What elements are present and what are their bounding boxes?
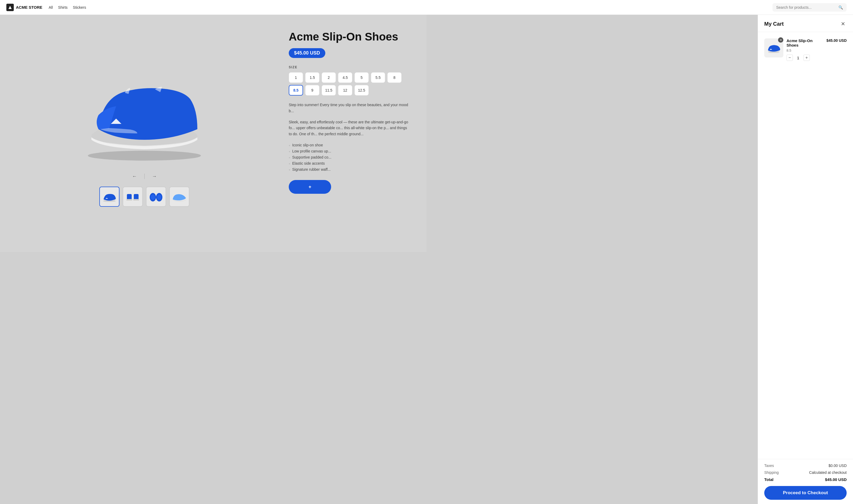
feature-4: Elastic side accents: [289, 160, 411, 166]
thumb-image-4: [171, 192, 187, 202]
thumb-image-1: [102, 192, 117, 202]
main-image-container: [70, 60, 219, 166]
svg-marker-0: [8, 6, 12, 9]
feature-3: Supportive padded co...: [289, 154, 411, 160]
feature-5: Signature rubber waff...: [289, 166, 411, 173]
size-btn-12[interactable]: 12: [338, 85, 352, 95]
details-section: Acme Slip-On Shoes $45.00 USD SIZE 1 1.5…: [289, 25, 411, 241]
size-btn-1-5[interactable]: 1.5: [305, 72, 319, 83]
logo-icon: [6, 4, 14, 11]
feature-1: Iconic slip-on shoe: [289, 142, 411, 148]
size-grid: 1 1.5 2 4.5 5 5.5 8 8.5 9 11.5 12 12.5: [289, 72, 411, 95]
image-section: ← →: [16, 25, 273, 241]
thumbnail-1[interactable]: [99, 186, 120, 207]
size-btn-8-5[interactable]: 8.5: [289, 85, 303, 95]
svg-rect-7: [134, 194, 139, 200]
navbar: ACME STORE All Shirts Stickers 🔍: [0, 0, 426, 15]
svg-point-11: [151, 195, 155, 200]
size-btn-9[interactable]: 9: [305, 85, 319, 95]
size-btn-4-5[interactable]: 4.5: [338, 72, 352, 83]
main-content: ← →: [0, 0, 426, 252]
size-btn-12-5[interactable]: 12.5: [354, 85, 369, 95]
size-btn-2[interactable]: 2: [321, 72, 336, 83]
size-btn-5-5[interactable]: 5.5: [371, 72, 385, 83]
thumbnail-2[interactable]: [123, 186, 143, 207]
product-page: ← →: [0, 15, 426, 252]
prev-image-button[interactable]: ←: [130, 173, 139, 180]
size-btn-1[interactable]: 1: [289, 72, 303, 83]
svg-rect-5: [127, 194, 132, 200]
product-description-2: Sleek, easy, and effortlessly cool — the…: [289, 119, 411, 137]
feature-2: Low profile canvas up...: [289, 148, 411, 154]
logo[interactable]: ACME STORE: [6, 4, 42, 11]
image-nav-divider: [144, 174, 145, 179]
logo-text: ACME STORE: [16, 5, 42, 10]
size-section: SIZE 1 1.5 2 4.5 5 5.5 8 8.5 9 11.5 12 1…: [289, 66, 411, 95]
product-price: $45.00 USD: [289, 48, 325, 58]
thumbnail-4[interactable]: [169, 186, 189, 207]
size-label: SIZE: [289, 66, 411, 69]
thumb-image-2: [125, 192, 141, 202]
size-btn-8[interactable]: 8: [387, 72, 402, 83]
svg-rect-6: [126, 199, 132, 201]
next-image-button[interactable]: →: [150, 173, 159, 180]
product-description-1: Step into summer! Every time you slip on…: [289, 102, 411, 114]
nav-link-stickers[interactable]: Stickers: [73, 5, 86, 10]
product-title: Acme Slip-On Shoes: [289, 31, 411, 43]
nav-link-all[interactable]: All: [49, 5, 53, 10]
nav-links: All Shirts Stickers: [49, 5, 86, 10]
thumbnail-3[interactable]: [146, 186, 166, 207]
logo-svg: [8, 5, 12, 10]
feature-list: Iconic slip-on shoe Low profile canvas u…: [289, 142, 411, 173]
add-to-cart-button[interactable]: +: [289, 180, 331, 194]
thumbnail-row: [99, 186, 189, 207]
svg-point-1: [88, 150, 201, 160]
product-main-image: [70, 60, 219, 166]
size-btn-11-5[interactable]: 11.5: [321, 85, 336, 95]
svg-point-12: [157, 195, 161, 200]
image-nav: ← →: [130, 173, 159, 180]
nav-link-shirts[interactable]: Shirts: [58, 5, 68, 10]
size-btn-5[interactable]: 5: [354, 72, 369, 83]
thumb-image-3: [148, 192, 164, 202]
svg-rect-8: [133, 199, 139, 201]
